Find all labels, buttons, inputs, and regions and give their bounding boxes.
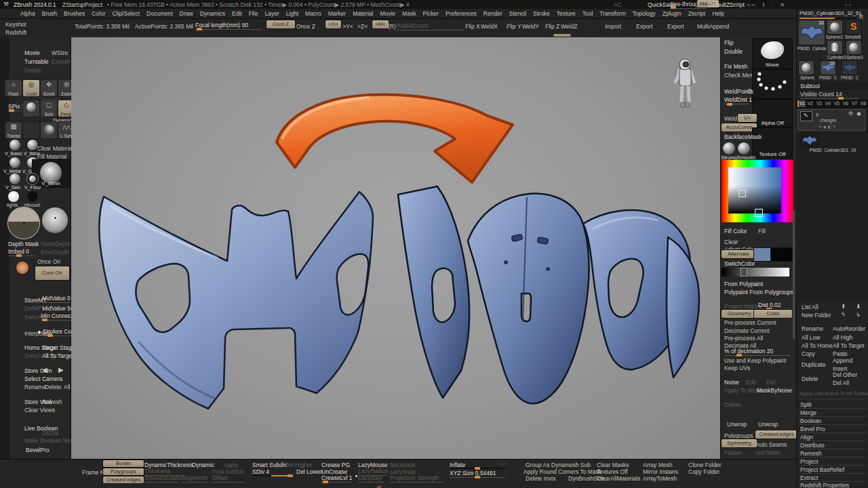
flip-z-button[interactable]: Flip Z bbox=[545, 23, 559, 30]
imbed-slider[interactable]: Imbed 0 bbox=[8, 248, 35, 256]
all-to-home-button[interactable]: All To Home bbox=[802, 342, 833, 349]
auto-seams-button[interactable]: Auto Seams bbox=[755, 441, 787, 448]
v-metal-material[interactable] bbox=[9, 157, 20, 168]
preprocess-all-button[interactable]: Pre-process All bbox=[724, 335, 763, 342]
local-toggle[interactable]: ◎Local bbox=[23, 80, 39, 96]
inner-depth-slider[interactable]: InnerDepth bbox=[41, 249, 69, 256]
pct-decimation-knob[interactable] bbox=[736, 354, 742, 357]
noise-del-button[interactable]: Del bbox=[766, 379, 775, 386]
min-connected-knob[interactable] bbox=[42, 319, 47, 321]
mirror-y-button[interactable]: >Y< bbox=[342, 23, 353, 30]
hands-icon[interactable]: ❧❧ bbox=[746, 1, 755, 8]
menu-zplugin[interactable]: Zplugin bbox=[663, 10, 682, 17]
unwrap-button-1[interactable]: Unwrap bbox=[727, 421, 747, 428]
v-skin-material[interactable] bbox=[9, 174, 20, 184]
append-button[interactable]: Append bbox=[833, 357, 852, 364]
tab-v7[interactable]: V7 bbox=[850, 100, 859, 107]
del-other-button[interactable]: Del Other bbox=[833, 371, 857, 378]
main-color-swatch[interactable] bbox=[754, 248, 770, 261]
menu-transform[interactable]: Transform bbox=[599, 10, 625, 17]
all-to-target-button[interactable]: All To Target bbox=[42, 352, 73, 359]
crease-pg-button[interactable]: Crease PG bbox=[321, 462, 350, 468]
menu-file[interactable]: File bbox=[249, 10, 258, 17]
viewport-canvas[interactable] bbox=[71, 37, 721, 459]
gear-icon[interactable]: ⚙ bbox=[848, 110, 853, 117]
midvalue0-slider[interactable]: MidValue 0 bbox=[42, 295, 71, 303]
menu-material[interactable]: Material bbox=[353, 10, 373, 17]
switch-color-button[interactable]: SwitchColor bbox=[724, 260, 755, 267]
mirror-instans-button[interactable]: Mirror Instans bbox=[643, 468, 678, 475]
panel-corner-icons[interactable]: ▪ ▪ bbox=[845, 1, 850, 8]
preprocess-current-button[interactable]: Pre-process Current bbox=[724, 319, 776, 326]
color-marker-1[interactable] bbox=[738, 190, 746, 197]
color-sv-square[interactable] bbox=[728, 167, 781, 214]
import-button[interactable]: Import bbox=[605, 23, 621, 30]
once-ori-button[interactable]: Once Ori bbox=[37, 258, 60, 265]
menu-document[interactable]: Document bbox=[146, 10, 173, 17]
move-down-button[interactable]: ⬇ bbox=[856, 303, 861, 310]
menu-draw[interactable]: Draw bbox=[180, 10, 193, 17]
merge-button[interactable]: Merge bbox=[800, 409, 864, 416]
copy-subtool-button[interactable]: Copy bbox=[802, 350, 815, 357]
use-keep-polypaint-button[interactable]: Use and Keep Polypaint bbox=[724, 357, 786, 364]
v-basic-material[interactable] bbox=[9, 140, 20, 150]
weld-x-button[interactable]: WeldX bbox=[481, 23, 498, 30]
value-gradient-bar[interactable] bbox=[722, 268, 789, 277]
all-cam-button[interactable]: All bbox=[64, 384, 70, 390]
ac-label[interactable]: AC bbox=[614, 1, 622, 8]
extract-button[interactable]: Extract bbox=[800, 474, 864, 481]
visible-count-knob[interactable] bbox=[838, 97, 844, 100]
screens-icon[interactable]: ▭▭ bbox=[732, 1, 743, 8]
color-mode-button[interactable]: Color bbox=[754, 310, 792, 318]
tab-v8[interactable]: V8 bbox=[859, 100, 867, 107]
keep-uvs-button[interactable]: Keep UVs bbox=[724, 365, 750, 371]
project-history-button[interactable]: Project History bbox=[724, 303, 762, 310]
segments-slider[interactable]: Segments bbox=[182, 474, 209, 483]
new-folder-button[interactable]: New Folder bbox=[802, 312, 831, 319]
menu-picker[interactable]: Picker bbox=[422, 10, 439, 17]
mask-by-noise-button[interactable]: MaskByNoise bbox=[757, 387, 792, 394]
make-boolean-mesh-button[interactable]: Make Boolean Mesh bbox=[24, 437, 77, 444]
menu-color[interactable]: Color bbox=[92, 10, 105, 17]
sdiv-slider[interactable]: SDiv 4 bbox=[252, 468, 269, 475]
visible-count-slider[interactable]: Visible Count 14 bbox=[800, 91, 859, 99]
subtool-item[interactable]: ✎ 9 changes ⚙ ◉ ✛ ◉ ◧ ✎ bbox=[798, 110, 865, 130]
midvalue50-button[interactable]: MidValue 50 bbox=[42, 305, 74, 312]
layer-pen-tile[interactable]: ✎ bbox=[801, 112, 812, 121]
strip-render-button[interactable] bbox=[23, 100, 39, 117]
fold-in-icon[interactable]: ↰ bbox=[841, 311, 846, 318]
apply-thickness-button[interactable]: Apply bbox=[224, 462, 238, 468]
menu-render[interactable]: Render bbox=[484, 10, 502, 17]
offset-slider[interactable]: Offset bbox=[212, 474, 245, 483]
delete-subtool-button[interactable]: Delete bbox=[802, 375, 818, 382]
ghost-toggle[interactable] bbox=[23, 122, 39, 138]
menu-help[interactable]: Help bbox=[712, 10, 724, 17]
backface-mask-button[interactable]: BackfaceMask bbox=[724, 134, 762, 140]
menu-edit[interactable]: Edit bbox=[232, 10, 242, 17]
smart-subdiv-button[interactable]: Smart Subdiv bbox=[252, 462, 287, 468]
duplicate-button[interactable]: Duplicate bbox=[802, 361, 825, 368]
h-button[interactable]: H bbox=[66, 58, 71, 65]
close-icon[interactable]: ✕ bbox=[780, 1, 785, 8]
turntable-button[interactable]: Turntable bbox=[24, 58, 49, 65]
mirror-m-button[interactable]: >M< bbox=[372, 20, 389, 28]
clear-material-button[interactable]: Clear Material bbox=[37, 145, 73, 152]
project-button[interactable]: Project bbox=[800, 458, 864, 465]
multi-append-button[interactable]: MultiAppend bbox=[697, 23, 729, 30]
distribute-button[interactable]: Distribute bbox=[800, 442, 864, 449]
polygroups-button[interactable]: Polygroups bbox=[724, 432, 753, 439]
boolean-button[interactable]: Boolean bbox=[800, 418, 864, 424]
rename-subtool-button[interactable]: Rename bbox=[802, 325, 823, 332]
circle-icon[interactable]: ◌ bbox=[770, 1, 774, 8]
prev-cam-button[interactable]: ◀ bbox=[42, 367, 47, 373]
spix-knob[interactable] bbox=[9, 109, 14, 112]
from-polypaint-button[interactable]: From Polypaint bbox=[724, 281, 763, 287]
flip-y-button[interactable]: Flip Y bbox=[507, 23, 521, 30]
menu-alpha[interactable]: Alpha bbox=[20, 10, 35, 17]
secondary-color-swatch[interactable] bbox=[772, 248, 792, 261]
stroke-thumbnail[interactable]: Dots bbox=[753, 70, 792, 98]
active-tool-name[interactable]: PM3D_Cylinder3D1_32_51 bbox=[800, 10, 861, 17]
array-mesh-button[interactable]: Array Mesh bbox=[643, 462, 672, 468]
tool-thumb-current[interactable]: 10 bbox=[799, 20, 825, 45]
target-stage-button[interactable]: Target Stage bbox=[42, 344, 75, 351]
